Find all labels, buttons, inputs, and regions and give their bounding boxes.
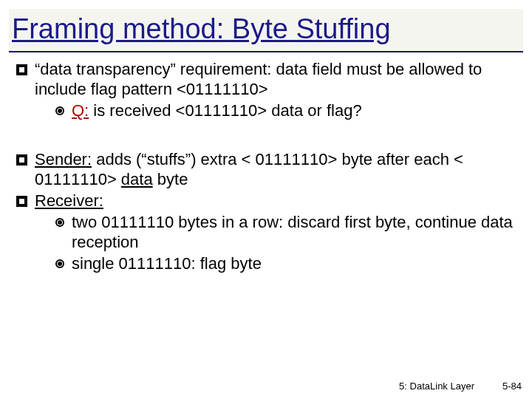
- slide-title: Framing method: Byte Stuffing: [12, 13, 391, 44]
- bullet-1-text: “data transparency” requirement: data fi…: [35, 60, 516, 120]
- spacer: [16, 122, 516, 150]
- circle-bullet-icon: [55, 218, 64, 227]
- receiver-label: Receiver:: [35, 191, 103, 210]
- title-bar: Framing method: Byte Stuffing: [9, 9, 523, 52]
- circle-bullet-icon: [55, 259, 64, 268]
- bullet-3-sub-1-text: two 01111110 bytes in a row: discard fir…: [72, 213, 516, 253]
- sender-label: Sender:: [35, 150, 92, 168]
- slide-body: “data transparency” requirement: data fi…: [0, 57, 532, 273]
- bullet-3-sub-1: two 01111110 bytes in a row: discard fir…: [55, 213, 516, 253]
- circle-bullet-icon: [55, 106, 64, 115]
- bullet-1: “data transparency” requirement: data fi…: [16, 60, 516, 120]
- q-rest: is received <01111110> data or flag?: [89, 101, 361, 120]
- square-bullet-icon: [16, 154, 27, 166]
- bullet-1-part-a: “data transparency” requirement:: [35, 60, 271, 78]
- bullet-2: Sender: adds (“stuffs”) extra < 01111110…: [16, 150, 516, 190]
- bullet-2-rest1: adds (“stuffs”) extra < 01111110> byte a…: [35, 150, 463, 188]
- footer-section: 5: DataLink Layer: [399, 381, 474, 392]
- footer-page: 5-84: [502, 381, 522, 392]
- bullet-2-rest2: byte: [153, 170, 188, 188]
- square-bullet-icon: [16, 64, 27, 75]
- bullet-3: Receiver: two 01111110 bytes in a row: d…: [16, 191, 516, 273]
- bullet-3-sub-2: single 01111110: flag byte: [55, 254, 516, 274]
- bullet-2-text: Sender: adds (“stuffs”) extra < 01111110…: [35, 150, 516, 190]
- data-underline: data: [121, 170, 153, 188]
- bullet-3-sub-2-text: single 01111110: flag byte: [72, 254, 262, 274]
- bullet-3-text: Receiver: two 01111110 bytes in a row: d…: [35, 191, 516, 273]
- bullet-1-sub: Q: is received <01111110> data or flag?: [55, 101, 516, 121]
- bullet-1-sub-text: Q: is received <01111110> data or flag?: [72, 101, 362, 121]
- square-bullet-icon: [16, 196, 27, 207]
- q-label: Q:: [72, 101, 89, 120]
